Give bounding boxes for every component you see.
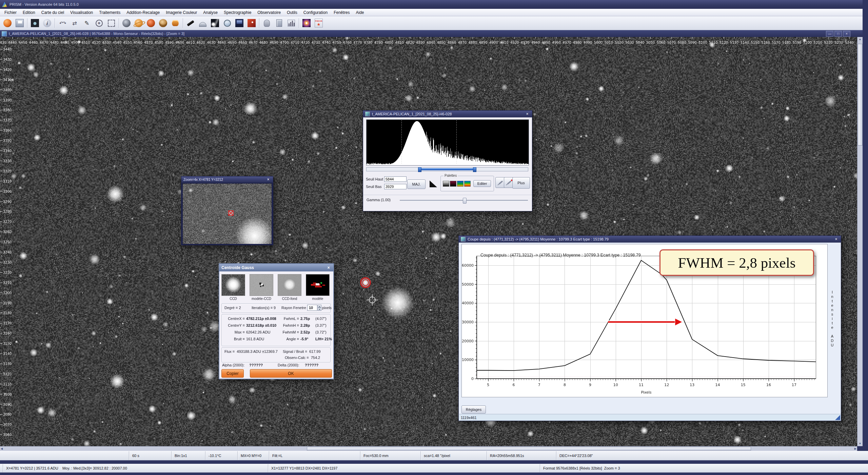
camera-icon — [31, 19, 39, 27]
rayon-spinner[interactable]: ▲▼ — [318, 305, 321, 311]
scroll-down-icon[interactable]: ▼ — [859, 441, 862, 446]
spin-down-icon[interactable]: ▼ — [318, 308, 321, 311]
menu-item-analyse[interactable]: Analyse — [200, 10, 221, 16]
horizontal-scroll-thumb[interactable] — [307, 447, 751, 451]
palette-gray-button[interactable] — [443, 181, 449, 187]
pencil-button[interactable] — [81, 17, 93, 29]
profile-window-titlebar[interactable]: Coupe depuis : (4771,3212) -> (4795,3211… — [459, 236, 841, 243]
mars-button[interactable] — [145, 17, 157, 29]
profile-plot-header: Coupe depuis : (4771,3212) -> (4795,3211… — [480, 253, 641, 258]
menu-item-configuration[interactable]: Configuration — [300, 10, 331, 16]
save-button[interactable] — [14, 17, 25, 29]
menu-item-fen-tres[interactable]: Fenêtres — [331, 10, 353, 16]
flip-button[interactable] — [69, 17, 80, 29]
scroll-up-icon[interactable]: ▲ — [859, 37, 862, 42]
scroll-left-icon[interactable]: ◀ — [1, 446, 3, 451]
profile-cut-window[interactable]: Coupe depuis : (4771,3212) -> (4795,3211… — [458, 235, 841, 421]
palette-red-button[interactable] — [450, 181, 456, 187]
threshold-range-bar[interactable] — [420, 168, 475, 170]
zoom-window-titlebar[interactable]: Zoom=4x X=4781 Y=3212 × — [181, 176, 273, 183]
menu-item-visualisation[interactable]: Visualisation — [67, 10, 96, 16]
comet-button[interactable] — [209, 17, 221, 29]
info-button[interactable]: i — [41, 17, 53, 29]
select-rect-button[interactable] — [105, 17, 117, 29]
filterwheel-button[interactable] — [170, 17, 181, 29]
zoom-plus-button[interactable] — [93, 17, 105, 29]
centroid-dialog-titlebar[interactable]: Centroide Gauss × — [219, 264, 333, 271]
menu-item-spectrographie[interactable]: Spectrographie — [221, 10, 254, 16]
saturn-button[interactable] — [133, 17, 144, 29]
editer-button[interactable]: Editer — [473, 180, 491, 187]
modele-ccd-thumbnail: modèle-CCD — [250, 274, 273, 301]
seuil-bas-label: Seuil Bas — [366, 185, 381, 189]
menu-item-aide[interactable]: Aide — [353, 10, 367, 16]
menu-item-outils[interactable]: Outils — [284, 10, 300, 16]
maj-button[interactable]: MAJ. — [407, 179, 426, 189]
reglages-button[interactable]: Réglages — [461, 405, 486, 414]
close-icon[interactable]: × — [265, 177, 271, 182]
globe-button[interactable] — [221, 17, 233, 29]
document-titlebar[interactable]: t_AMERICA-PELICAN_1_[2021_08_25]-H6-028 … — [0, 30, 868, 37]
scroll-right-icon[interactable]: ▶ — [854, 446, 856, 451]
horizontal-scrollbar[interactable]: ◀ ▶ — [0, 446, 857, 451]
monitor-icon — [235, 19, 243, 27]
door-button[interactable] — [273, 17, 285, 29]
menu-item-imagerie-couleur[interactable]: Imagerie Couleur — [163, 10, 200, 16]
histogram-button[interactable] — [285, 17, 297, 29]
vertical-scroll-thumb[interactable] — [858, 44, 863, 146]
minimize-button[interactable]: — — [826, 31, 833, 37]
zoom-window[interactable]: Zoom=4x X=4781 Y=3212 × — [181, 176, 273, 245]
histogram-window[interactable]: t_AMERICA-PELICAN_1_[2021_08_25]-H6-028 … — [363, 110, 532, 211]
gamma-slider-thumb[interactable] — [463, 198, 467, 204]
close-icon[interactable]: × — [833, 237, 839, 242]
vertical-scrollbar[interactable]: ▲ ▼ — [857, 37, 863, 446]
pencil-icon — [83, 19, 91, 27]
flux-text: Flux = 493188.3 ADU ±12369.7 — [224, 349, 278, 354]
resize-grip-icon[interactable] — [835, 415, 840, 420]
contrast-triangle-icon[interactable] — [430, 180, 437, 187]
undo-button[interactable] — [57, 17, 68, 29]
menu-item-traitements[interactable]: Traitements — [96, 10, 123, 16]
palette-rainbow-button[interactable] — [457, 181, 463, 187]
threshold-range-slider[interactable] — [366, 167, 528, 171]
status-segment: X=4781 Y=3212 | 35721.6 ADU Moy. : Med.[… — [3, 464, 127, 472]
rayon-fenetre-label: Rayon Fenetre — [281, 306, 306, 310]
quit-button[interactable] — [2, 17, 13, 29]
close-icon[interactable]: × — [525, 112, 530, 116]
menu-item-edition[interactable]: Edition — [20, 10, 38, 16]
hand-button[interactable] — [261, 17, 273, 29]
seuil-bas-input[interactable]: 3929 — [384, 184, 407, 189]
fit-parameters-group: Degré = 2 Iteration(s) = 9 Rayon Fenetre… — [221, 303, 331, 313]
histogram-window-icon — [365, 112, 370, 116]
focus-button[interactable] — [313, 17, 324, 29]
centroid-gauss-dialog[interactable]: Centroide Gauss × CCD modèle-CCD CCD-fon… — [219, 263, 334, 379]
camera-button[interactable] — [29, 17, 41, 29]
plus-button[interactable]: Plus — [512, 177, 530, 189]
gamma-slider[interactable] — [400, 200, 528, 201]
menu-item-fichier[interactable]: Fichier — [1, 10, 20, 16]
rayon-fenetre-input[interactable]: 10 — [307, 305, 317, 311]
menu-item-carte-du-ciel[interactable]: Carte du ciel — [38, 10, 67, 16]
planet-button[interactable] — [121, 17, 132, 29]
zoom-image[interactable] — [182, 183, 272, 244]
galaxy-button[interactable] — [301, 17, 312, 29]
high-threshold-handle[interactable] — [473, 167, 476, 172]
spin-up-icon[interactable]: ▲ — [318, 305, 321, 308]
measure-label: FwhmM = — [279, 330, 299, 334]
menu-item-observatoire[interactable]: Observatoire — [254, 10, 284, 16]
image-button[interactable] — [246, 17, 257, 29]
jupiter-button[interactable] — [157, 17, 169, 29]
ok-button[interactable]: OK — [250, 369, 332, 378]
monitor-button[interactable] — [234, 17, 245, 29]
dome-button[interactable] — [197, 17, 209, 29]
close-icon[interactable]: × — [326, 265, 331, 270]
menu-item-addition-recalage[interactable]: Addition-Recalage — [123, 10, 163, 16]
seuil-haut-input[interactable]: 5844 — [384, 176, 407, 182]
palette-thermal-button[interactable] — [464, 181, 471, 187]
low-threshold-handle[interactable] — [418, 167, 421, 172]
close-button[interactable]: × — [843, 31, 850, 37]
copier-button[interactable]: Copier — [221, 369, 244, 378]
maximize-button[interactable]: □ — [834, 31, 842, 37]
telescope-button[interactable] — [185, 17, 196, 29]
histogram-window-titlebar[interactable]: t_AMERICA-PELICAN_1_[2021_08_25]-H6-028 … — [363, 111, 532, 117]
